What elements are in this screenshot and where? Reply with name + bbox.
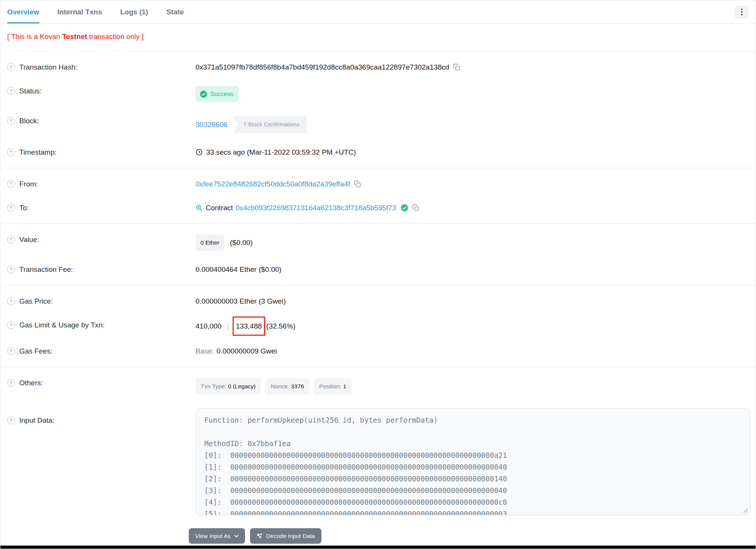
help-icon[interactable]: ? <box>7 180 15 188</box>
row-timestamp: ? Timestamp: 33 secs ago (Mar-11-2022 03… <box>0 140 756 164</box>
help-icon[interactable]: ? <box>7 117 15 125</box>
to-address-link[interactable]: 0x4cb093f226983713164a62138c3f718a5b595f… <box>236 203 396 213</box>
row-status: ? Status: Success <box>0 79 756 109</box>
timestamp-label: Timestamp: <box>19 147 57 157</box>
help-icon[interactable]: ? <box>7 416 15 424</box>
section-other: ? Others: Txn Type:0 (Legacy) Nonce:3376… <box>0 367 756 549</box>
row-value: ? Value: 0 Ether ($0.00) <box>0 228 756 257</box>
view-input-as-button[interactable]: View Input As <box>189 528 245 544</box>
help-icon[interactable]: ? <box>7 321 15 329</box>
gas-price-label: Gas Price: <box>19 296 53 306</box>
help-icon[interactable]: ? <box>7 63 15 71</box>
help-icon[interactable]: ? <box>7 236 15 243</box>
view-input-as-label: View Input As <box>195 533 231 540</box>
decode-input-data-button[interactable]: Decode Input Data <box>250 528 321 544</box>
gas-limit-label: Gas Limit & Usage by Txn: <box>19 320 105 330</box>
others-label: Others: <box>19 378 43 388</box>
gas-fees-base-label: Base: <box>196 346 214 356</box>
input-data-actions: View Input As Decode Input Data <box>189 528 756 544</box>
copy-icon[interactable] <box>412 204 419 211</box>
notice-suffix: transaction only ] <box>87 33 144 40</box>
help-icon[interactable]: ? <box>7 379 15 387</box>
gas-fees-base-value: 0.000000009 Gwei <box>217 346 277 356</box>
row-transaction-fee: ? Transaction Fee: 0.000400464 Ether ($0… <box>0 257 756 281</box>
row-input-data: ? Input Data: Function: performUpkeep(ui… <box>0 402 756 522</box>
block-label: Block: <box>19 116 39 126</box>
row-gas-fees: ? Gas Fees: Base: 0.000000009 Gwei <box>0 339 756 363</box>
copy-icon[interactable] <box>453 64 460 71</box>
tab-overview[interactable]: Overview <box>7 0 39 23</box>
to-type-label: Contract <box>206 203 233 213</box>
help-icon[interactable]: ? <box>7 265 15 273</box>
help-icon[interactable]: ? <box>7 204 15 212</box>
row-gas-price: ? Gas Price: 0.000000003 Ether (3 Gwei) <box>0 289 756 313</box>
block-confirmations-badge: 7 Block Confirmations <box>233 116 307 133</box>
decode-nodes-icon <box>256 533 263 539</box>
value-label: Value: <box>19 234 39 245</box>
row-block: ? Block: 30328606 7 Block Confirmations <box>0 109 756 140</box>
gas-fees-label: Gas Fees: <box>19 346 53 356</box>
help-icon[interactable]: ? <box>7 148 15 156</box>
clock-icon <box>196 149 203 156</box>
kebab-menu-icon <box>741 8 743 16</box>
success-check-icon <box>200 90 207 98</box>
nonce-badge: Nonce:3376 <box>265 378 309 395</box>
input-data-label: Input Data: <box>19 415 54 425</box>
tab-state[interactable]: State <box>166 0 184 23</box>
section-addresses: ? From: 0xfee7522e8482682cf50ddc50a0f8da… <box>0 168 756 224</box>
section-value: ? Value: 0 Ether ($0.00) ? Transaction F… <box>0 224 756 285</box>
help-icon[interactable]: ? <box>7 87 15 95</box>
row-others: ? Others: Txn Type:0 (Legacy) Nonce:3376… <box>0 371 756 402</box>
txn-type-value: 0 (Legacy) <box>228 383 256 389</box>
verified-check-icon <box>401 204 408 212</box>
gas-used-value: 133,488 <box>236 322 262 330</box>
nonce-key: Nonce: <box>271 383 289 389</box>
status-label: Status: <box>19 86 42 96</box>
row-transaction-hash: ? Transaction Hash: 0x371a51097fb78df856… <box>0 55 756 79</box>
gas-limit-value: 410,000 <box>196 321 222 331</box>
txn-type-key: Txn Type: <box>201 383 227 389</box>
row-from: ? From: 0xfee7522e8482682cf50ddc50a0f8da… <box>0 172 756 196</box>
position-badge: Position:1 <box>314 378 352 395</box>
block-number-link[interactable]: 30328606 <box>196 119 228 130</box>
gas-used-percent: (32.56%) <box>266 321 295 331</box>
input-data-box[interactable]: Function: performUpkeep(uint256 id, byte… <box>196 408 750 515</box>
transaction-fee-value: 0.000400464 Ether ($0.00) <box>196 264 281 274</box>
nonce-value: 3376 <box>291 383 304 389</box>
value-usd: ($0.00) <box>230 237 253 248</box>
gas-price-value: 0.000000003 Ether (3 Gwei) <box>196 296 286 306</box>
transaction-details-page: Overview Internal Txns Logs (1) State [ … <box>0 0 756 549</box>
help-icon[interactable]: ? <box>7 297 15 305</box>
to-label: To: <box>19 203 29 213</box>
transaction-fee-label: Transaction Fee: <box>19 264 73 274</box>
position-key: Position: <box>319 383 342 389</box>
transaction-hash-value: 0x371a51097fb78df856f8b4a7bd459f192d8cc8… <box>196 62 449 72</box>
from-label: From: <box>19 179 38 189</box>
from-address-link[interactable]: 0xfee7522e8482682cf50ddc50a0f8da2a39effa… <box>196 179 350 189</box>
section-gas: ? Gas Price: 0.000000003 Ether (3 Gwei) … <box>0 285 756 367</box>
more-options-button[interactable] <box>734 6 749 19</box>
input-data-text: Function: performUpkeep(uint256 id, byte… <box>196 409 750 515</box>
txn-type-badge: Txn Type:0 (Legacy) <box>196 378 261 395</box>
testnet-notice: [ This is a Kovan Testnet transaction on… <box>0 24 756 51</box>
position-value: 1 <box>343 383 346 389</box>
magnifier-plus-icon[interactable] <box>196 204 203 211</box>
resize-grip-icon[interactable] <box>743 508 748 513</box>
copy-icon[interactable] <box>354 180 361 188</box>
tab-logs[interactable]: Logs (1) <box>120 0 148 23</box>
tab-internal-txns[interactable]: Internal Txns <box>57 0 102 23</box>
gas-used-value-annotated: 133,488 <box>233 316 265 336</box>
row-gas-limit-usage: ? Gas Limit & Usage by Txn: 410,000 | 13… <box>0 313 756 339</box>
help-icon[interactable]: ? <box>7 347 15 355</box>
timestamp-value: 33 secs ago (Mar-11-2022 03:59:32 PM +UT… <box>206 147 356 157</box>
bottom-bar <box>0 546 756 549</box>
tab-bar: Overview Internal Txns Logs (1) State <box>0 0 756 24</box>
status-value: Success <box>210 89 233 99</box>
status-badge: Success <box>196 86 239 102</box>
transaction-hash-label: Transaction Hash: <box>19 62 77 72</box>
gas-separator: | <box>227 321 229 331</box>
chevron-down-icon <box>234 535 239 538</box>
row-to: ? To: Contract 0x4cb093f226983713164a621… <box>0 196 756 220</box>
notice-highlight: Testnet <box>62 33 87 40</box>
section-summary: ? Transaction Hash: 0x371a51097fb78df856… <box>0 51 756 168</box>
